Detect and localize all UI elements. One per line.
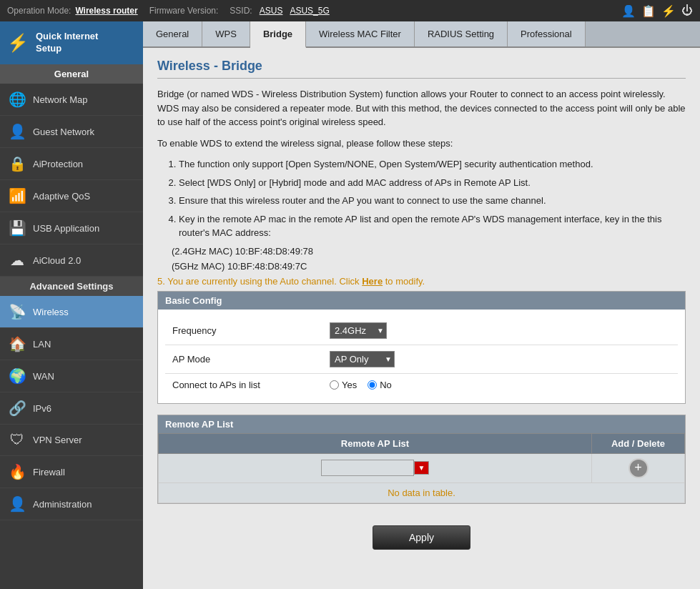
ap-mode-select-wrapper: AP Only WDS Only Hybrid [330,351,395,367]
ap-mode-row: AP Mode AP Only WDS Only Hybrid [165,345,678,374]
mac-5ghz: (5GHz MAC) 10:BF:48:D8:49:7C [172,261,686,272]
quick-setup-label: Quick InternetSetup [36,31,98,55]
sidebar-item-firewall-label: Firewall [33,467,65,477]
page-title: Wireless - Bridge [157,59,686,79]
basic-config-section: Basic Config Frequency 2.4GHz 5GHz [157,291,686,404]
remote-ap-input-cell: ▼ [159,453,592,482]
sidebar-item-firewall[interactable]: 🔥 Firewall [0,456,143,488]
user-icon[interactable]: 👤 [621,4,636,18]
sidebar-item-administration-label: Administration [33,499,92,510]
basic-config-body: Frequency 2.4GHz 5GHz AP Mode [158,310,685,403]
usb-app-icon: 💾 [9,219,26,237]
sidebar-item-usb-application-label: USB Application [33,223,99,234]
administration-icon: 👤 [9,495,26,513]
operation-mode-value: Wireless router [75,6,137,16]
main-content: General WPS Bridge Wireless MAC Filter R… [143,21,700,589]
usb-icon[interactable]: ⚡ [661,4,676,18]
frequency-select-wrapper: 2.4GHz 5GHz [330,322,387,339]
auto-channel-note: 5. You are currently using the Auto chan… [157,276,686,287]
step-1: The function only support [Open System/N… [179,157,686,172]
general-section-title: General [0,64,143,84]
power-icon[interactable]: ⏻ [681,4,693,17]
tab-professional[interactable]: Professional [508,21,586,46]
ap-mode-label: AP Mode [172,354,330,365]
sidebar-item-network-map[interactable]: 🌐 Network Map [0,84,143,116]
ssid-value2: ASUS_5G [290,6,329,16]
wan-icon: 🌍 [9,367,26,385]
sidebar-item-ipv6[interactable]: 🔗 IPv6 [0,392,143,425]
adaptive-qos-icon: 📶 [9,187,26,204]
firewall-icon: 🔥 [9,463,26,480]
connect-yes-option[interactable]: Yes [330,380,357,390]
tab-radius-setting[interactable]: RADIUS Setting [415,21,508,46]
sidebar-item-guest-network-label: Guest Network [33,127,94,137]
sidebar-item-lan[interactable]: 🏠 LAN [0,328,143,360]
step-4: Key in the remote AP mac in the remote A… [179,212,686,240]
sidebar-item-wan[interactable]: 🌍 WAN [0,360,143,392]
step-2: Select [WDS Only] or [Hybrid] mode and a… [179,176,686,190]
aiprotection-icon: 🔒 [9,155,26,172]
add-button[interactable]: + [628,458,649,478]
auto-channel-suffix: to modify. [385,276,425,287]
connect-aps-row: Connect to APs in list Yes No [165,374,678,396]
tab-wps[interactable]: WPS [202,21,250,46]
connect-no-option[interactable]: No [368,380,392,390]
quick-setup-link[interactable]: ⚡ Quick InternetSetup [0,21,143,64]
sidebar-item-vpn-server[interactable]: 🛡 VPN Server [0,425,143,456]
sidebar-item-wireless[interactable]: 📡 Wireless [0,296,143,328]
page-content: Wireless - Bridge Bridge (or named WDS -… [143,48,700,589]
sidebar-item-aicloud[interactable]: ☁ AiCloud 2.0 [0,244,143,277]
add-delete-cell: + [592,453,685,482]
description-steps-intro: To enable WDS to extend the wireless sig… [157,137,686,151]
col-remote-ap-list: Remote AP List [159,433,592,453]
sidebar-item-adaptive-qos-label: Adaptive QoS [33,191,90,202]
auto-channel-text: 5. You are currently using the Auto chan… [157,276,360,287]
connect-aps-label: Connect to APs in list [172,380,330,390]
vpn-icon: 🛡 [9,432,26,448]
frequency-label: Frequency [172,325,330,336]
ap-mode-select[interactable]: AP Only WDS Only Hybrid [330,351,395,367]
sidebar-item-network-map-label: Network Map [33,94,88,105]
ap-mac-input[interactable] [321,460,414,476]
connect-yes-label: Yes [342,380,357,390]
sidebar: ⚡ Quick InternetSetup General 🌐 Network … [0,21,143,589]
sidebar-item-aiprotection[interactable]: 🔒 AiProtection [0,148,143,180]
remote-ap-section: Remote AP List Remote AP List Add / Dele… [157,415,686,504]
sidebar-item-ipv6-label: IPv6 [33,403,51,414]
ipv6-icon: 🔗 [9,400,26,417]
tab-bridge[interactable]: Bridge [250,21,306,48]
basic-config-header: Basic Config [158,292,685,310]
connect-yes-radio[interactable] [330,380,339,390]
remote-ap-input-row: ▼ + [159,453,685,482]
frequency-control: 2.4GHz 5GHz [330,322,387,339]
tab-wireless-mac-filter[interactable]: Wireless MAC Filter [306,21,415,46]
sidebar-item-adaptive-qos[interactable]: 📶 Adaptive QoS [0,180,143,212]
ap-input-wrapper: ▼ [166,460,584,476]
mac-24ghz: (2.4GHz MAC) 10:BF:48:D8:49:78 [172,246,686,257]
sidebar-item-wan-label: WAN [33,371,54,382]
network-map-icon: 🌐 [9,91,26,108]
copy-icon[interactable]: 📋 [641,4,656,18]
connect-no-radio[interactable] [368,380,377,390]
sidebar-item-aiprotection-label: AiProtection [33,159,83,169]
remote-ap-table: Remote AP List Add / Delete ▼ [158,433,685,503]
auto-channel-here-link[interactable]: Here [362,276,383,287]
apply-button[interactable]: Apply [373,525,470,550]
sidebar-item-guest-network[interactable]: 👤 Guest Network [0,116,143,148]
remote-ap-header: Remote AP List [158,415,685,433]
sidebar-item-administration[interactable]: 👤 Administration [0,488,143,520]
step-3: Ensure that this wireless router and the… [179,194,686,208]
tab-bar: General WPS Bridge Wireless MAC Filter R… [143,21,700,48]
advanced-section-title: Advanced Settings [0,277,143,296]
sidebar-item-usb-application[interactable]: 💾 USB Application [0,212,143,244]
ssid-value1: ASUS [260,6,283,16]
firmware-label: Firmware Version: [149,6,219,16]
lan-icon: 🏠 [9,335,26,352]
apply-bar: Apply [157,515,686,560]
ap-dropdown-button[interactable]: ▼ [414,461,430,475]
tab-general[interactable]: General [143,21,202,46]
wireless-icon: 📡 [9,303,26,320]
add-delete-wrapper: + [599,458,677,478]
sidebar-item-vpn-label: VPN Server [33,435,82,445]
frequency-select[interactable]: 2.4GHz 5GHz [330,322,387,339]
